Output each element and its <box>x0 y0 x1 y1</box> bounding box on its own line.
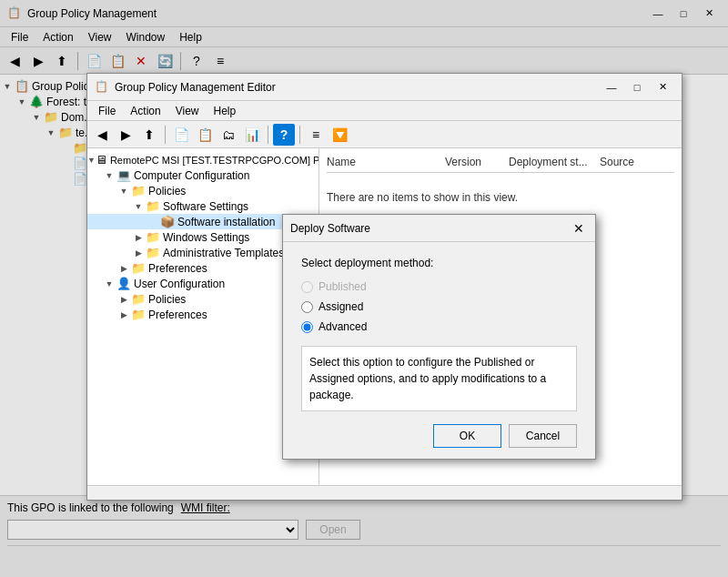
radio-assigned-input[interactable] <box>301 301 313 313</box>
dialog-title-text: Deploy Software <box>290 222 570 235</box>
dialog-radio-group: Published Assigned Advanced <box>301 280 577 333</box>
editor-expand-9[interactable]: ▶ <box>116 295 131 304</box>
editor-label-5: Windows Settings <box>163 231 249 244</box>
editor-label-2: Policies <box>148 185 186 197</box>
radio-advanced-input[interactable] <box>301 321 313 333</box>
col-header-name: Name <box>327 156 445 168</box>
editor-expand-1[interactable]: ▼ <box>102 171 116 180</box>
editor-tree-policies[interactable]: ▼ 📁 Policies <box>87 183 318 198</box>
editor-title-controls: — □ ✕ <box>600 78 674 96</box>
editor-toolbar-filter[interactable]: 🔽 <box>329 124 350 146</box>
editor-expand-2[interactable]: ▼ <box>116 187 131 196</box>
editor-icon-5: 📁 <box>146 230 160 244</box>
editor-menu-view[interactable]: View <box>168 101 207 121</box>
editor-label-8: User Configuration <box>134 278 225 290</box>
editor-icon-1: 💻 <box>116 168 131 182</box>
editor-toolbar-view1[interactable]: 📋 <box>194 124 216 146</box>
editor-toolbar: ◀ ▶ ⬆ 📄 📋 🗂 📊 ? ≡ 🔽 <box>87 121 682 148</box>
editor-menu-action[interactable]: Action <box>123 101 167 121</box>
radio-published-label: Published <box>318 280 367 293</box>
editor-expand-3[interactable]: ▼ <box>131 202 146 211</box>
editor-label-0: RemotePC MSI [TEST.TESTRPCGPO.COM] P <box>110 155 319 166</box>
editor-sep1 <box>165 126 166 144</box>
editor-col-headers: Name Version Deployment st... Source <box>327 156 674 173</box>
editor-label-10: Preferences <box>148 309 207 321</box>
ok-button[interactable]: OK <box>433 424 501 448</box>
radio-advanced-label: Advanced <box>318 320 367 333</box>
radio-published-input[interactable] <box>301 281 313 293</box>
editor-title-bar: 📋 Group Policy Management Editor — □ ✕ <box>87 74 682 101</box>
dialog-section-title: Select deployment method: <box>301 257 577 269</box>
editor-toolbar-help[interactable]: ? <box>273 124 295 146</box>
editor-menu-help[interactable]: Help <box>207 101 244 121</box>
dialog-title-bar: Deploy Software ✕ <box>283 215 595 242</box>
editor-sep3 <box>299 126 300 144</box>
editor-label-4: Software installation <box>177 216 275 228</box>
editor-toolbar-view3[interactable]: 📊 <box>241 124 263 146</box>
editor-toolbar-view2[interactable]: 🗂 <box>217 124 239 146</box>
dialog-description: Select this option to configure the Publ… <box>301 346 577 411</box>
editor-menu-file[interactable]: File <box>91 101 123 121</box>
editor-icon-3: 📁 <box>146 199 160 213</box>
editor-label-1: Computer Configuration <box>134 169 249 182</box>
editor-expand-5[interactable]: ▶ <box>131 233 146 242</box>
editor-label-7: Preferences <box>148 262 207 275</box>
editor-menu-bar: File Action View Help <box>87 101 682 121</box>
editor-icon-0: 🖥 <box>96 153 107 167</box>
editor-maximize-btn[interactable]: □ <box>625 78 649 96</box>
editor-icon-10: 📁 <box>131 308 146 321</box>
editor-label-3: Software Settings <box>163 200 248 213</box>
editor-icon-2: 📁 <box>131 184 146 197</box>
editor-toolbar-properties2[interactable]: ≡ <box>305 124 327 146</box>
editor-icon-6: 📁 <box>146 246 160 259</box>
editor-expand-7[interactable]: ▶ <box>116 264 131 273</box>
editor-sep2 <box>268 126 268 144</box>
editor-toolbar-back[interactable]: ◀ <box>91 124 113 146</box>
radio-published[interactable]: Published <box>301 280 577 293</box>
dialog-close-btn[interactable]: ✕ <box>570 219 588 238</box>
col-header-source: Source <box>600 156 674 168</box>
editor-toolbar-copy[interactable]: 📄 <box>170 124 192 146</box>
dialog-buttons: OK Cancel <box>301 424 577 448</box>
cancel-button[interactable]: Cancel <box>509 424 577 448</box>
editor-expand-10[interactable]: ▶ <box>116 310 131 319</box>
col-header-version: Version <box>445 156 509 168</box>
editor-icon-7: 📁 <box>131 261 146 275</box>
editor-close-btn[interactable]: ✕ <box>651 78 674 96</box>
editor-icon-4: 📦 <box>160 215 175 228</box>
editor-tree-sw-settings[interactable]: ▼ 📁 Software Settings <box>87 198 318 214</box>
editor-tree-computer[interactable]: ▼ 💻 Computer Configuration <box>87 167 318 183</box>
editor-icon-8: 👤 <box>116 277 131 290</box>
editor-toolbar-up[interactable]: ⬆ <box>138 124 160 146</box>
editor-window-title: Group Policy Management Editor <box>115 81 600 94</box>
editor-minimize-btn[interactable]: — <box>600 78 623 96</box>
editor-expand-0[interactable]: ▼ <box>87 156 96 165</box>
editor-label-6: Administrative Templates: <box>163 247 288 259</box>
no-items-text: There are no items to show in this view. <box>327 191 674 204</box>
col-header-deploy: Deployment st... <box>509 156 600 168</box>
deploy-dialog: Deploy Software ✕ Select deployment meth… <box>282 214 596 460</box>
editor-expand-8[interactable]: ▼ <box>102 279 116 288</box>
editor-expand-6[interactable]: ▶ <box>131 248 146 258</box>
editor-tree-root[interactable]: ▼ 🖥 RemotePC MSI [TEST.TESTRPCGPO.COM] P <box>87 152 318 167</box>
dialog-body: Select deployment method: Published Assi… <box>283 242 595 459</box>
editor-toolbar-forward[interactable]: ▶ <box>115 124 136 146</box>
editor-scroll-h[interactable] <box>87 485 682 500</box>
radio-assigned[interactable]: Assigned <box>301 300 577 313</box>
radio-assigned-label: Assigned <box>318 300 363 313</box>
editor-window-icon: 📋 <box>95 80 109 95</box>
radio-advanced[interactable]: Advanced <box>301 320 577 333</box>
editor-label-9: Policies <box>148 293 186 306</box>
editor-icon-9: 📁 <box>131 292 146 306</box>
